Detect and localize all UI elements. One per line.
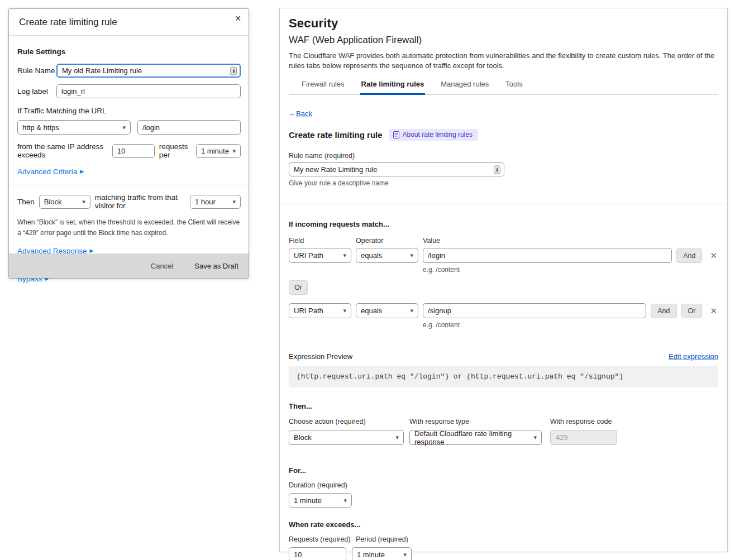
- duration-label: Duration (required): [289, 481, 718, 489]
- scheme-select[interactable]: http & https ▾: [17, 120, 131, 135]
- tab-managed-rules[interactable]: Managed rules: [440, 80, 490, 95]
- autofill-icon[interactable]: [494, 165, 500, 174]
- period-label: Period (required): [356, 535, 408, 543]
- period-select-value: 1 minute: [201, 147, 229, 155]
- modal-footer: Cancel Save as Draft: [9, 253, 249, 278]
- operator-select[interactable]: equals ▾: [356, 303, 418, 318]
- rule-name-input[interactable]: [56, 64, 241, 78]
- choose-action-label: Choose action (required): [289, 418, 404, 425]
- expression-preview-label: Expression Preview: [289, 352, 352, 361]
- create-rate-limit-modal: Create rate limiting rule ✕ Rule Setting…: [8, 8, 249, 279]
- tab-tools[interactable]: Tools: [504, 80, 523, 95]
- value-input[interactable]: [423, 248, 672, 263]
- rule-name-input[interactable]: [289, 162, 504, 176]
- condition-row: URI Path ▾ equals ▾ And Or ✕: [289, 303, 718, 318]
- cancel-button[interactable]: Cancel: [151, 262, 173, 270]
- action-row: Choose action (required) Block ▾ With re…: [289, 418, 718, 445]
- period-select[interactable]: 1 minute ▾: [196, 144, 241, 158]
- threshold-prefix-text: from the same IP address exceeds: [17, 142, 108, 159]
- value-hint-text: e.g. /content: [423, 266, 718, 274]
- rule-settings-heading: Rule Settings: [17, 47, 241, 56]
- modal-title: Create rate limiting rule: [19, 17, 117, 28]
- action-select[interactable]: Block ▾: [39, 195, 90, 209]
- and-button[interactable]: And: [651, 304, 676, 318]
- incoming-requests-heading: If incoming requests match...: [289, 220, 718, 228]
- rule-name-label: Rule Name: [17, 66, 56, 75]
- chevron-down-icon: ▾: [533, 434, 537, 441]
- requests-input[interactable]: [112, 144, 155, 158]
- operator-select-value: equals: [361, 307, 382, 315]
- chevron-down-icon: ▾: [403, 552, 407, 558]
- response-type-col: With response type Default Cloudflare ra…: [409, 418, 542, 445]
- response-type-label: With response type: [409, 418, 542, 425]
- rule-name-row: Rule Name: [17, 64, 241, 78]
- then-suffix-text: matching traffic from that visitor for: [95, 193, 185, 210]
- operator-select[interactable]: equals ▾: [356, 248, 418, 263]
- back-link[interactable]: ←Back: [289, 109, 312, 118]
- url-match-row: http & https ▾: [17, 120, 241, 135]
- about-rate-limiting-badge[interactable]: About rate limiting rules: [389, 129, 478, 141]
- modal-body: Rule Settings Rule Name Log label If Tra…: [9, 36, 249, 284]
- remove-condition-icon[interactable]: ✕: [709, 306, 718, 316]
- chevron-right-icon: ▶: [80, 169, 84, 174]
- rule-name-label: Rule name (required): [289, 152, 718, 160]
- period-select[interactable]: 1 minute ▾: [352, 547, 412, 560]
- tab-firewall-rules[interactable]: Firewall rules: [300, 80, 346, 95]
- choose-action-value: Block: [294, 433, 312, 442]
- save-as-draft-button[interactable]: Save as Draft: [194, 262, 238, 270]
- ban-duration-select[interactable]: 1 hour ▾: [190, 195, 241, 209]
- autofill-icon[interactable]: [230, 66, 237, 75]
- log-label-label: Log label: [17, 87, 56, 95]
- response-code-input: [550, 430, 617, 445]
- rate-exceeds-heading: When rate exceeds...: [289, 520, 718, 529]
- url-field-wrap: [137, 120, 241, 135]
- choose-action-col: Choose action (required) Block ▾: [289, 418, 404, 445]
- chevron-down-icon: ▾: [122, 125, 126, 131]
- back-label: Back: [296, 109, 312, 118]
- tab-rate-limiting-rules[interactable]: Rate limiting rules: [360, 80, 426, 95]
- advanced-criteria-row: Advanced Criteria ▶: [17, 166, 241, 176]
- value-input[interactable]: [423, 303, 646, 318]
- page-description: The Cloudflare WAF provides both automat…: [289, 51, 718, 70]
- or-button[interactable]: Or: [289, 280, 308, 295]
- rate-inputs-row: 1 minute ▾: [289, 547, 718, 560]
- duration-value: 1 minute: [294, 496, 322, 505]
- choose-action-select[interactable]: Block ▾: [289, 430, 404, 445]
- chevron-right-icon: ▶: [90, 248, 94, 253]
- page-subtitle: WAF (Web Application Firewall): [289, 35, 718, 46]
- security-waf-panel: Security WAF (Web Application Firewall) …: [279, 8, 728, 552]
- operator-select-value: equals: [361, 251, 382, 260]
- or-button[interactable]: Or: [681, 304, 703, 318]
- field-select[interactable]: URI Path ▾: [289, 248, 351, 263]
- doc-icon: [393, 131, 399, 138]
- expression-preview-code: (http.request.uri.path eq "/login") or (…: [289, 366, 718, 387]
- field-select[interactable]: URI Path ▾: [289, 303, 351, 318]
- and-button[interactable]: And: [676, 248, 702, 263]
- requests-input[interactable]: [289, 547, 346, 560]
- rules-tabbar: Firewall rules Rate limiting rules Manag…: [289, 80, 718, 95]
- traffic-matching-heading: If Traffic Matching the URL: [17, 107, 241, 115]
- scheme-select-value: http & https: [22, 123, 59, 132]
- operator-column-label: Operator: [356, 237, 423, 245]
- modal-header: Create rate limiting rule ✕: [9, 9, 249, 36]
- form-title-row: Create rate limiting rule About rate lim…: [289, 129, 718, 141]
- chevron-down-icon: ▾: [343, 308, 346, 314]
- threshold-suffix-text: requests per: [159, 142, 192, 159]
- duration-select[interactable]: 1 minute ▾: [289, 493, 352, 508]
- value-column-label: Value: [423, 237, 440, 245]
- edit-expression-link[interactable]: Edit expression: [669, 352, 718, 361]
- rate-labels-row: Requests (required) Period (required): [289, 535, 718, 543]
- remove-condition-icon[interactable]: ✕: [709, 251, 718, 261]
- condition-column-labels: Field Operator Value: [289, 237, 718, 245]
- chevron-down-icon: ▾: [395, 434, 399, 441]
- response-code-label: With response code: [550, 418, 617, 425]
- chevron-down-icon: ▾: [343, 252, 346, 259]
- advanced-criteria-link[interactable]: Advanced Criteria ▶: [17, 167, 84, 176]
- about-badge-label: About rate limiting rules: [403, 131, 472, 138]
- url-input[interactable]: [137, 120, 241, 135]
- response-type-value: Default Cloudflare rate limiting respons…: [414, 429, 530, 446]
- page-title: Security: [289, 16, 718, 31]
- response-type-select[interactable]: Default Cloudflare rate limiting respons…: [409, 430, 542, 445]
- log-label-input[interactable]: [56, 84, 241, 98]
- close-icon[interactable]: ✕: [235, 14, 241, 23]
